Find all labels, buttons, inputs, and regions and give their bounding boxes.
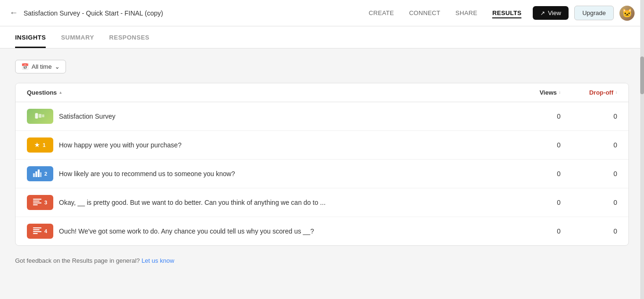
table-header: Questions ▲ Views ↕ Drop-off ↕ [16,83,628,102]
external-icon: ↗ [540,10,545,16]
row-badge-q1: ★ 1 [27,137,53,153]
svg-rect-3 [42,114,44,117]
col-views[interactable]: Views ↕ [504,89,561,96]
feedback-link[interactable]: Let us know [141,257,174,264]
row-badge-q3: 3 [27,195,53,210]
row-views: 0 [504,141,561,149]
scrollbar-thumb[interactable] [640,57,644,94]
table-row[interactable]: 3 Okay, __ is pretty good. But we want t… [16,188,628,217]
svg-rect-7 [40,172,41,177]
top-nav: CREATECONNECTSHARERESULTS [369,8,521,18]
svg-rect-12 [33,227,41,228]
main-content: 📅 All time ⌄ Questions ▲ Views ↕ Drop-of… [0,48,644,275]
filter-bar: 📅 All time ⌄ [15,60,629,73]
table-body: Satisfaction Survey 0 0 ★ 1 How happy we… [16,102,628,245]
table-row[interactable]: 4 Ouch! We've got some work to do. Any c… [16,217,628,245]
upgrade-button[interactable]: Upgrade [574,6,614,20]
row-badge-survey-title [27,109,53,124]
page-title: Satisfaction Survey - Quick Start - FINA… [24,9,369,17]
table-row[interactable]: ★ 1 How happy were you with your purchas… [16,131,628,160]
row-dropoff: 0 [561,199,617,206]
row-dropoff: 0 [561,141,617,149]
row-badge-q2: 2 [27,166,53,181]
row-question-text: How likely are you to recommend us to so… [59,170,235,178]
row-left: 2 How likely are you to recommend us to … [27,166,504,181]
nav-item-connect[interactable]: CONNECT [409,8,440,18]
row-question-text: Okay, __ is pretty good. But we want to … [59,199,326,206]
svg-rect-8 [33,199,41,200]
svg-rect-10 [33,202,41,203]
view-button[interactable]: ↗ View [533,6,569,20]
badge-icon: ★ [34,142,40,148]
col-dropoff[interactable]: Drop-off ↕ [561,89,617,96]
row-views: 0 [504,113,561,120]
back-button[interactable]: ← [9,8,18,18]
table-row[interactable]: 2 How likely are you to recommend us to … [16,160,628,188]
svg-rect-4 [33,173,35,177]
table-row[interactable]: Satisfaction Survey 0 0 [16,102,628,131]
row-views: 0 [504,170,561,178]
badge-icon [33,227,41,235]
row-views: 0 [504,227,561,235]
svg-rect-9 [33,201,40,202]
nav-item-results[interactable]: RESULTS [492,8,521,18]
row-views: 0 [504,199,561,206]
time-filter-button[interactable]: 📅 All time ⌄ [15,60,66,73]
row-question-text: How happy were you with your purchase? [59,141,182,149]
sort-icon-questions: ▲ [59,90,63,95]
row-dropoff: 0 [561,113,617,120]
svg-rect-14 [33,231,41,232]
row-dropoff: 0 [561,170,617,178]
row-question-text: Ouch! We've got some work to do. Any cha… [59,227,314,235]
badge-icon [33,199,41,207]
sort-icon-dropoff: ↕ [615,90,617,95]
svg-rect-5 [35,171,37,177]
tabs-bar: INSIGHTSSUMMARYRESPONSES [0,26,644,48]
feedback-bar: Got feedback on the Results page in gene… [15,257,629,264]
row-badge-q4: 4 [27,224,53,239]
insights-table: Questions ▲ Views ↕ Drop-off ↕ Satisfact… [15,83,629,246]
svg-rect-13 [33,229,40,230]
row-left: 4 Ouch! We've got some work to do. Any c… [27,224,504,239]
tab-insights[interactable]: INSIGHTS [15,26,46,48]
row-dropoff: 0 [561,227,617,235]
row-left: ★ 1 How happy were you with your purchas… [27,137,504,153]
chevron-down-icon: ⌄ [55,63,60,70]
feedback-text: Got feedback on the Results page in gene… [15,257,140,264]
row-question-text: Satisfaction Survey [59,113,116,120]
col-questions[interactable]: Questions ▲ [27,89,504,96]
svg-rect-11 [33,204,38,205]
row-left: 3 Okay, __ is pretty good. But we want t… [27,195,504,210]
badge-icon [33,170,41,178]
filter-label: All time [32,63,52,70]
header: ← Satisfaction Survey - Quick Start - FI… [0,0,644,26]
nav-item-create[interactable]: CREATE [369,8,394,18]
badge-icon [35,112,45,121]
header-actions: ↗ View Upgrade 🐱 [533,6,635,21]
svg-rect-2 [39,114,41,118]
tab-responses[interactable]: RESPONSES [109,26,149,48]
svg-rect-15 [33,233,38,234]
calendar-icon: 📅 [21,63,29,70]
avatar[interactable]: 🐱 [619,6,635,21]
tab-summary[interactable]: SUMMARY [61,26,94,48]
svg-rect-1 [35,113,38,119]
row-left: Satisfaction Survey [27,109,504,124]
nav-item-share[interactable]: SHARE [455,8,477,18]
svg-rect-6 [38,170,40,177]
scrollbar-track[interactable] [640,0,644,275]
